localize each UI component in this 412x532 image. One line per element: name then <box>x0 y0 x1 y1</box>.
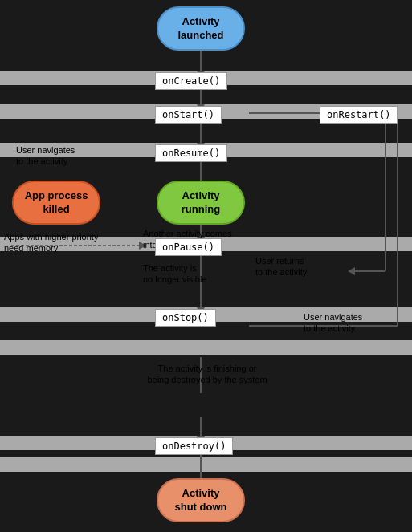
user-returns-label: User returnsto the activity <box>255 255 307 278</box>
user-navigates-label-top: User navigatesto the activity <box>16 144 75 168</box>
finishing-text: The activity is finishing orbeing destro… <box>147 363 267 384</box>
svg-marker-21 <box>348 267 355 275</box>
activity-running-label: Activityrunning <box>182 189 220 217</box>
app-process-killed-label: App processkilled <box>25 189 88 217</box>
onpause-box: onPause() <box>155 238 222 256</box>
onpause-label: onPause() <box>162 242 214 253</box>
user-navigates-label-bottom: User navigatesto the activity <box>304 311 362 335</box>
no-longer-visible-text: The activity isno longer visible <box>143 263 207 284</box>
activity-shut-down-node: Activityshut down <box>157 478 245 522</box>
onstop-label: onStop() <box>162 312 209 323</box>
activity-launched-node: Activitylaunched <box>157 6 245 51</box>
lifecycle-diagram: Activitylaunched onCreate() onStart() on… <box>0 0 412 532</box>
onstop-box: onStop() <box>155 309 216 327</box>
finishing-label: The activity is finishing orbeing destro… <box>119 363 296 386</box>
apps-higher-priority-text: Apps with higher priorityneed memory <box>4 232 98 253</box>
activity-running-node: Activityrunning <box>157 181 245 225</box>
onrestart-box: onRestart() <box>320 106 398 124</box>
oncreate-label: onCreate() <box>162 75 220 87</box>
ondestroy-label: onDestroy() <box>162 441 226 452</box>
apps-higher-priority-label: Apps with higher priorityneed memory <box>4 231 98 254</box>
oncreate-box: onCreate() <box>155 72 227 90</box>
onresume-box: onResume() <box>155 144 227 162</box>
no-longer-visible-label: The activity isno longer visible <box>143 262 207 286</box>
onresume-label: onResume() <box>162 148 220 159</box>
user-navigates-text-top: User navigatesto the activity <box>16 145 75 166</box>
onstart-label: onStart() <box>162 109 214 120</box>
ondestroy-box: onDestroy() <box>155 437 233 455</box>
user-navigates-text-bottom: User navigatesto the activity <box>304 312 362 333</box>
activity-shut-down-label: Activityshut down <box>175 487 227 514</box>
onstart-box: onStart() <box>155 106 222 124</box>
activity-launched-label: Activitylaunched <box>177 15 223 43</box>
onrestart-label: onRestart() <box>327 109 390 120</box>
app-process-killed-node: App processkilled <box>12 181 100 225</box>
user-returns-text: User returnsto the activity <box>255 256 307 277</box>
